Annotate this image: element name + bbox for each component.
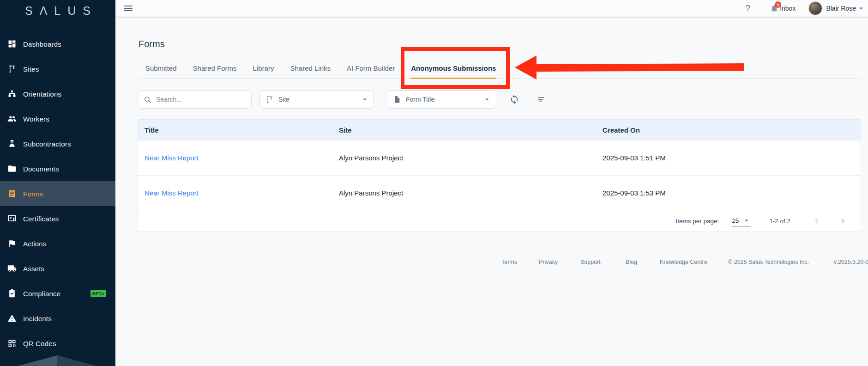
- user-name[interactable]: Blair Rose: [826, 5, 856, 12]
- form-title-filter-dropdown[interactable]: Form Title: [387, 90, 496, 109]
- sidebar-item-label: Sites: [23, 65, 39, 73]
- sidebar-item-label: Workers: [23, 115, 49, 123]
- previous-page-button[interactable]: [811, 215, 823, 227]
- sidebar-item-documents[interactable]: Documents: [0, 156, 115, 181]
- column-header-site[interactable]: Site: [339, 126, 603, 134]
- tab-anonymous-submissions[interactable]: Anonymous Submissions: [410, 58, 496, 79]
- tab-shared-links[interactable]: Shared Links: [289, 58, 331, 79]
- dashboard-icon: [7, 39, 17, 49]
- tab-bar: Submitted Shared Forms Library Shared Li…: [138, 58, 861, 79]
- version-text: v.2025.3.20-0: [834, 259, 868, 265]
- refresh-icon[interactable]: [507, 92, 522, 107]
- column-header-title[interactable]: Title: [145, 126, 339, 134]
- sort-icon[interactable]: [534, 92, 549, 107]
- site-cell: Alyn Parsons Project: [339, 189, 603, 197]
- copyright-text: © 2025 Salus Technologies Inc.: [728, 259, 809, 265]
- chevron-down-icon: [483, 95, 491, 104]
- crane-icon: [7, 64, 17, 73]
- site-cell: Alyn Parsons Project: [339, 154, 603, 162]
- qr-icon: [7, 339, 17, 348]
- sidebar-item-label: Orientations: [23, 90, 61, 98]
- sidebar-item-label: QR Codes: [23, 340, 56, 348]
- form-title-link[interactable]: Near Miss Report: [145, 154, 199, 162]
- sidebar-item-workers[interactable]: Workers: [0, 106, 115, 131]
- footer: Terms Privacy Support Blog Knowledge Cen…: [0, 259, 868, 269]
- sidebar-item-forms[interactable]: Forms: [0, 181, 115, 206]
- sidebar-item-dashboards[interactable]: Dashboards: [0, 31, 115, 56]
- tab-shared-forms[interactable]: Shared Forms: [193, 58, 237, 79]
- sidebar-item-label: Forms: [23, 190, 43, 198]
- inbox-label: Inbox: [780, 5, 796, 12]
- truck-icon: [7, 264, 17, 273]
- sidebar-item-label: Actions: [23, 240, 47, 248]
- footer-link-blog[interactable]: Blog: [626, 259, 637, 265]
- search-box: [138, 90, 252, 109]
- sidebar-item-label: Certificates: [23, 215, 59, 223]
- site-filter-label: Site: [278, 96, 289, 103]
- sidebar-item-label: Subcontractors: [23, 140, 71, 148]
- items-per-page-select[interactable]: 25: [732, 215, 751, 227]
- menu-icon[interactable]: [124, 4, 133, 12]
- footer-link-knowledge-centre[interactable]: Knowledge Centre: [660, 259, 707, 265]
- items-per-page-label: Items per page:: [675, 218, 719, 225]
- sidebar-item-label: Dashboards: [23, 40, 61, 48]
- flag-icon: [7, 239, 17, 248]
- sidebar-item-actions[interactable]: Actions: [0, 231, 115, 256]
- sidebar-item-compliance[interactable]: Compliance BETA: [0, 281, 115, 306]
- beta-badge: BETA: [90, 290, 106, 297]
- table-header: Title Site Created On: [138, 120, 861, 140]
- sidebar-pyramid-decoration: [0, 354, 115, 366]
- anonymous-submissions-table: Title Site Created On Near Miss Report A…: [138, 119, 861, 211]
- certificate-icon: [7, 214, 17, 223]
- search-icon: [144, 96, 151, 104]
- people-icon: [7, 114, 17, 123]
- sidebar-item-label: Assets: [23, 265, 44, 273]
- tab-library[interactable]: Library: [253, 58, 275, 79]
- document-icon: [393, 95, 401, 104]
- sidebar-item-assets[interactable]: Assets: [0, 256, 115, 281]
- avatar[interactable]: [808, 1, 822, 15]
- sidebar-item-certificates[interactable]: Certificates: [0, 206, 115, 231]
- worker-icon: [7, 139, 17, 148]
- sidebar-item-label: Compliance: [23, 290, 60, 298]
- help-icon[interactable]: ?: [746, 3, 751, 13]
- table-row: Near Miss Report Alyn Parsons Project 20…: [138, 140, 861, 175]
- tab-ai-form-builder[interactable]: AI Form Builder: [346, 58, 395, 79]
- next-page-button[interactable]: [837, 215, 849, 227]
- clipboard-check-icon: [7, 289, 17, 298]
- sidebar-item-orientations[interactable]: Orientations: [0, 81, 115, 106]
- chevron-down-icon: [742, 216, 751, 225]
- paginator: Items per page: 25 1-2 of 2: [138, 210, 861, 232]
- footer-link-support[interactable]: Support: [580, 259, 601, 265]
- created-on-cell: 2025-09-03 1:53 PM: [603, 189, 861, 197]
- sidebar-item-subcontractors[interactable]: Subcontractors: [0, 131, 115, 156]
- created-on-cell: 2025-09-03 1:51 PM: [603, 154, 861, 162]
- site-filter-dropdown[interactable]: Site: [259, 90, 374, 109]
- column-header-created-on[interactable]: Created On: [603, 126, 861, 134]
- table-body: Near Miss Report Alyn Parsons Project 20…: [138, 140, 861, 210]
- inbox-button[interactable]: 5 Inbox: [770, 4, 796, 13]
- page-title: Forms: [139, 39, 165, 49]
- page-range: 1-2 of 2: [769, 218, 790, 225]
- topbar-right: ? 5 Inbox Blair Rose: [746, 1, 868, 15]
- tab-submitted[interactable]: Submitted: [145, 58, 177, 79]
- sidebar-item-label: Documents: [23, 165, 59, 173]
- app-logo: SΛLUS: [0, 0, 115, 21]
- sidebar-item-incidents[interactable]: Incidents: [0, 306, 115, 331]
- folder-icon: [7, 164, 17, 173]
- footer-link-privacy[interactable]: Privacy: [539, 259, 558, 265]
- sitemap-icon: [7, 89, 17, 98]
- form-title-filter-label: Form Title: [406, 96, 434, 103]
- sidebar-item-sites[interactable]: Sites: [0, 56, 115, 81]
- form-title-link[interactable]: Near Miss Report: [145, 189, 199, 197]
- sidebar: SΛLUS Dashboards Sites Orientations: [0, 0, 115, 366]
- chevron-down-icon[interactable]: [857, 4, 865, 12]
- sidebar-nav: Dashboards Sites Orientations Workers: [0, 31, 115, 356]
- search-input[interactable]: [156, 96, 244, 103]
- sidebar-item-qr-codes[interactable]: QR Codes: [0, 331, 115, 356]
- crane-icon: [265, 95, 274, 104]
- sidebar-item-label: Incidents: [23, 315, 52, 323]
- table-row: Near Miss Report Alyn Parsons Project 20…: [138, 175, 861, 210]
- footer-link-terms[interactable]: Terms: [501, 259, 517, 265]
- chevron-down-icon: [361, 95, 369, 104]
